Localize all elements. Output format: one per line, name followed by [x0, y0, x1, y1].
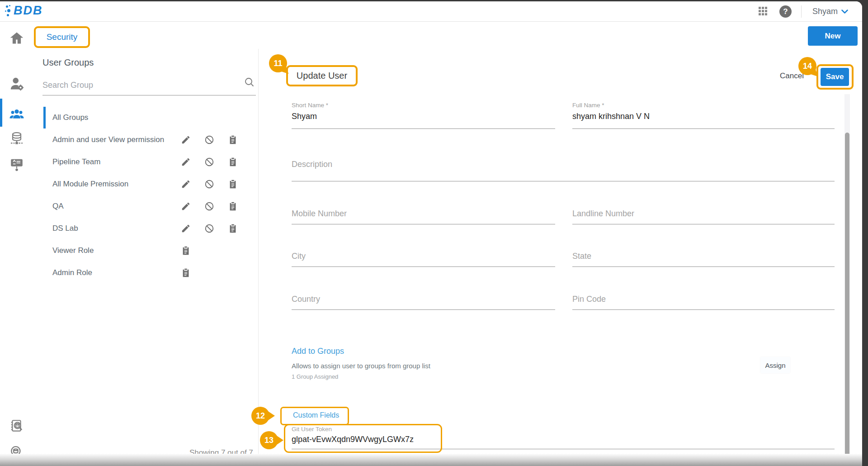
clipboard-group-icon[interactable] [228, 223, 238, 233]
full-name-field[interactable] [572, 108, 835, 129]
clipboard-group-icon[interactable] [181, 246, 191, 256]
edit-group-icon[interactable] [181, 223, 191, 233]
group-row[interactable]: DS Lab [32, 217, 258, 239]
group-row[interactable]: All Module Premission [32, 173, 258, 195]
audit-log-icon[interactable] [9, 419, 24, 433]
pin-code-field[interactable] [572, 291, 835, 310]
block-group-icon[interactable] [204, 135, 214, 145]
user-settings-icon[interactable] [9, 76, 24, 91]
breadcrumb-highlight-box: Security [34, 26, 90, 48]
save-button[interactable]: Save [821, 68, 849, 86]
edit-group-icon[interactable] [181, 135, 191, 145]
logo-dots-icon [7, 9, 10, 12]
home-icon[interactable] [9, 31, 24, 45]
group-name[interactable]: Viewer Role [52, 246, 94, 255]
help-icon[interactable]: ? [779, 5, 792, 18]
cancel-button[interactable]: Cancel [780, 71, 804, 81]
clipboard-group-icon[interactable] [228, 135, 238, 145]
chevron-down-icon[interactable] [841, 10, 848, 14]
city-field[interactable] [292, 248, 555, 267]
block-group-icon[interactable] [204, 223, 214, 233]
short-name-label: Short Name * [292, 102, 328, 109]
search-group-input[interactable] [42, 78, 256, 95]
group-name[interactable]: QA [52, 202, 64, 211]
country-field[interactable] [292, 291, 555, 310]
group-row[interactable]: QA [32, 195, 258, 217]
assign-button[interactable]: Assign [760, 357, 790, 373]
annotation-callout-13: 13 [260, 431, 278, 449]
clipboard-group-icon[interactable] [228, 157, 238, 167]
topbar: BDB ? Shyam [0, 1, 862, 22]
form-title-highlight-box: Update User [286, 65, 358, 86]
landline-number-field[interactable] [572, 206, 835, 224]
mobile-number-field[interactable] [292, 206, 555, 224]
new-button[interactable]: New [808, 26, 858, 46]
breadcrumb-security[interactable]: Security [47, 32, 78, 42]
bottom-gradient-bar [0, 454, 862, 466]
logo-text: BDB [14, 4, 43, 18]
group-item-all-groups[interactable]: All Groups [32, 107, 258, 128]
user-groups-icon[interactable] [9, 107, 24, 121]
state-field[interactable] [572, 248, 835, 267]
edit-group-icon[interactable] [181, 157, 191, 167]
edit-group-icon[interactable] [181, 201, 191, 211]
annotation-callout-11: 11 [269, 54, 287, 72]
add-to-groups-description: Allows to assign user to groups from gro… [292, 362, 430, 370]
apps-grid-icon[interactable] [759, 7, 769, 17]
edit-group-icon[interactable] [181, 179, 191, 189]
user-menu[interactable]: Shyam [812, 7, 838, 16]
sidebar [0, 22, 32, 466]
group-row[interactable]: Viewer Role [32, 239, 258, 262]
clipboard-group-icon[interactable] [228, 179, 238, 189]
bdb-logo[interactable]: BDB [7, 4, 43, 18]
annotation-callout-12: 12 [251, 407, 269, 425]
git-user-token-label: Git User Token [292, 426, 332, 433]
clipboard-group-icon[interactable] [181, 268, 191, 278]
sidebar-active-indicator [0, 99, 2, 127]
scrollbar-thumb[interactable] [845, 133, 849, 460]
custom-fields-link[interactable]: Custom Fields [293, 411, 339, 419]
data-center-icon[interactable] [9, 132, 24, 146]
panel-divider [258, 49, 259, 455]
group-row[interactable]: Admin and user View permission [32, 128, 258, 151]
full-name-label: Full Name * [572, 102, 604, 109]
git-user-token-field[interactable] [292, 432, 835, 449]
topbar-divider [801, 5, 802, 18]
short-name-field[interactable] [292, 108, 555, 129]
group-name[interactable]: All Module Premission [52, 180, 128, 189]
group-row[interactable]: Pipeline Team [32, 151, 258, 173]
search-icon[interactable] [245, 77, 255, 87]
groups-assigned-count: 1 Group Assigned [292, 373, 338, 380]
groups-panel-title: User Groups [42, 57, 94, 68]
group-name[interactable]: All Groups [52, 113, 88, 122]
block-group-icon[interactable] [204, 157, 214, 167]
form-title: Update User [297, 71, 347, 81]
add-to-groups-link[interactable]: Add to Groups [292, 347, 344, 356]
group-row[interactable]: Admin Role [32, 262, 258, 284]
selected-group-indicator [43, 107, 46, 128]
group-name[interactable]: Admin Role [52, 268, 92, 277]
group-name[interactable]: DS Lab [52, 224, 78, 233]
clipboard-group-icon[interactable] [228, 201, 238, 211]
block-group-icon[interactable] [204, 201, 214, 211]
workflow-card-icon[interactable] [9, 157, 24, 172]
group-name[interactable]: Pipeline Team [52, 157, 100, 166]
block-group-icon[interactable] [204, 179, 214, 189]
group-name[interactable]: Admin and user View permission [52, 135, 164, 144]
app-window: BDB ? Shyam [0, 1, 862, 466]
annotation-callout-14: 14 [798, 57, 816, 75]
description-field[interactable] [292, 156, 835, 181]
